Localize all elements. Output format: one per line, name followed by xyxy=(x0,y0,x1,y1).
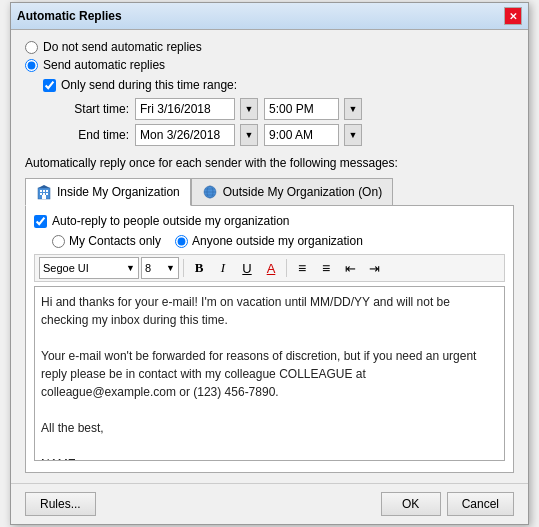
cancel-button[interactable]: Cancel xyxy=(447,492,514,516)
send-reply-label: Send automatic replies xyxy=(43,58,165,72)
decrease-indent-button[interactable]: ⇤ xyxy=(339,257,361,279)
start-time-dropdown[interactable]: 5:00 PM xyxy=(264,98,339,120)
bottom-bar: Rules... OK Cancel xyxy=(11,483,528,524)
tab-outside[interactable]: Outside My Organization (On) xyxy=(191,178,393,206)
start-date-arrow[interactable]: ▼ xyxy=(240,98,258,120)
auto-reply-description: Automatically reply once for each sender… xyxy=(25,156,514,170)
time-range-checkbox[interactable] xyxy=(43,79,56,92)
do-not-send-label: Do not send automatic replies xyxy=(43,40,202,54)
svg-rect-4 xyxy=(40,193,42,195)
automatic-replies-dialog: Automatic Replies ✕ Do not send automati… xyxy=(10,2,529,525)
right-buttons: OK Cancel xyxy=(381,492,514,516)
dialog-body: Do not send automatic replies Send autom… xyxy=(11,30,528,483)
font-name-dropdown[interactable]: Segoe UI ▼ xyxy=(39,257,139,279)
start-date-dropdown[interactable]: Fri 3/16/2018 xyxy=(135,98,235,120)
time-range-row: Only send during this time range: xyxy=(43,78,514,92)
end-time-value: 9:00 AM xyxy=(269,128,313,142)
anyone-item: Anyone outside my organization xyxy=(175,234,363,248)
start-label: Start time: xyxy=(61,102,129,116)
end-date-dropdown[interactable]: Mon 3/26/2018 xyxy=(135,124,235,146)
formatting-toolbar: Segoe UI ▼ 8 ▼ B I U A ≡ ≡ ⇤ ⇥ xyxy=(34,254,505,282)
title-bar: Automatic Replies ✕ xyxy=(11,3,528,30)
anyone-label: Anyone outside my organization xyxy=(192,234,363,248)
font-color-button[interactable]: A xyxy=(260,257,282,279)
anyone-radio[interactable] xyxy=(175,235,188,248)
end-time-arrow[interactable]: ▼ xyxy=(344,124,362,146)
auto-reply-outside-checkbox[interactable] xyxy=(34,215,47,228)
numbered-button[interactable]: ≡ xyxy=(315,257,337,279)
start-time-arrow[interactable]: ▼ xyxy=(344,98,362,120)
end-label: End time: xyxy=(61,128,129,142)
svg-rect-2 xyxy=(43,190,45,192)
increase-indent-button[interactable]: ⇥ xyxy=(363,257,385,279)
start-time-value: 5:00 PM xyxy=(269,102,314,116)
globe-icon xyxy=(202,184,218,200)
tab-content-outside: Auto-reply to people outside my organiza… xyxy=(25,205,514,473)
svg-rect-3 xyxy=(46,190,48,192)
send-replies-row: Send automatic replies xyxy=(25,58,514,72)
my-contacts-item: My Contacts only xyxy=(52,234,161,248)
svg-rect-1 xyxy=(40,190,42,192)
svg-rect-6 xyxy=(46,193,48,195)
end-date-arrow[interactable]: ▼ xyxy=(240,124,258,146)
my-contacts-radio[interactable] xyxy=(52,235,65,248)
do-not-send-radio[interactable] xyxy=(25,41,38,54)
toolbar-sep-1 xyxy=(183,259,184,277)
reply-mode-group: Do not send automatic replies Send autom… xyxy=(25,40,514,72)
start-time-row: Start time: Fri 3/16/2018 ▼ 5:00 PM ▼ xyxy=(61,98,514,120)
do-not-send-row: Do not send automatic replies xyxy=(25,40,514,54)
end-time-row: End time: Mon 3/26/2018 ▼ 9:00 AM ▼ xyxy=(61,124,514,146)
bold-button[interactable]: B xyxy=(188,257,210,279)
time-section: Start time: Fri 3/16/2018 ▼ 5:00 PM ▼ En… xyxy=(61,98,514,146)
font-dropdown-arrow: ▼ xyxy=(126,263,135,273)
tab-inside[interactable]: Inside My Organization xyxy=(25,178,191,206)
send-reply-radio[interactable] xyxy=(25,59,38,72)
rules-button[interactable]: Rules... xyxy=(25,492,96,516)
close-button[interactable]: ✕ xyxy=(504,7,522,25)
tab-outside-label: Outside My Organization (On) xyxy=(223,185,382,199)
font-size-dropdown[interactable]: 8 ▼ xyxy=(141,257,179,279)
outside-audience-row: My Contacts only Anyone outside my organ… xyxy=(52,234,505,248)
svg-rect-5 xyxy=(43,193,45,195)
building-icon xyxy=(36,184,52,200)
auto-reply-outside-label: Auto-reply to people outside my organiza… xyxy=(52,214,289,228)
start-date-value: Fri 3/16/2018 xyxy=(140,102,211,116)
toolbar-sep-2 xyxy=(286,259,287,277)
font-size-value: 8 xyxy=(145,262,151,274)
tab-inside-label: Inside My Organization xyxy=(57,185,180,199)
reply-text-area[interactable] xyxy=(34,286,505,461)
tab-bar: Inside My Organization Outside My Organi… xyxy=(25,178,514,206)
svg-rect-7 xyxy=(42,195,46,199)
underline-button[interactable]: U xyxy=(236,257,258,279)
my-contacts-label: My Contacts only xyxy=(69,234,161,248)
svg-marker-8 xyxy=(38,185,50,188)
end-date-value: Mon 3/26/2018 xyxy=(140,128,220,142)
time-range-label: Only send during this time range: xyxy=(61,78,237,92)
font-name-value: Segoe UI xyxy=(43,262,89,274)
size-dropdown-arrow: ▼ xyxy=(166,263,175,273)
italic-button[interactable]: I xyxy=(212,257,234,279)
end-time-dropdown[interactable]: 9:00 AM xyxy=(264,124,339,146)
dialog-title: Automatic Replies xyxy=(17,9,122,23)
bullets-button[interactable]: ≡ xyxy=(291,257,313,279)
ok-button[interactable]: OK xyxy=(381,492,441,516)
auto-reply-outside-row: Auto-reply to people outside my organiza… xyxy=(34,214,505,228)
